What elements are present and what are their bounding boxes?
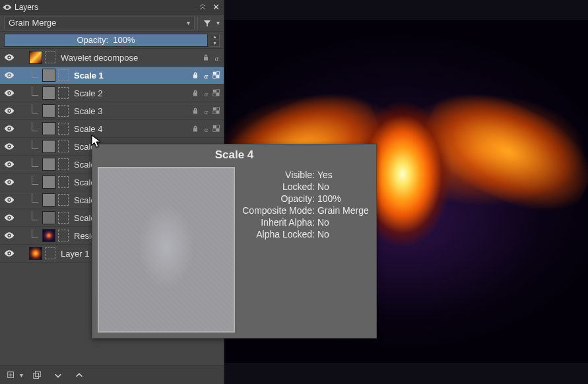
- layer-mask-slot[interactable]: [45, 51, 55, 63]
- layer-name[interactable]: Scale 2: [70, 88, 189, 98]
- layer-row[interactable]: Scale 4α: [0, 120, 224, 138]
- svg-text:α: α: [204, 108, 208, 115]
- layer-mask-slot[interactable]: [58, 123, 69, 135]
- svg-rect-7: [213, 90, 216, 93]
- visibility-toggle-icon[interactable]: [3, 140, 16, 153]
- filter-icon[interactable]: [201, 16, 214, 30]
- svg-text:α: α: [204, 72, 208, 79]
- visibility-toggle-icon[interactable]: [3, 104, 16, 117]
- layer-name[interactable]: Scale 1: [70, 71, 189, 80]
- layer-thumbnail[interactable]: [42, 86, 55, 100]
- tooltip-key: Visible:: [240, 170, 315, 180]
- lock-icon[interactable]: [201, 53, 211, 62]
- opacity-slider[interactable]: Opacity: 100%: [4, 34, 208, 47]
- move-down-button[interactable]: [51, 369, 65, 382]
- layer-row[interactable]: Scale 3α: [0, 102, 224, 120]
- visibility-toggle-icon[interactable]: [3, 229, 16, 242]
- layer-row[interactable]: Wavelet decomposeα: [0, 49, 224, 67]
- chevron-down-icon: ▾: [187, 19, 190, 26]
- panel-icon: [3, 3, 12, 12]
- layer-thumbnail[interactable]: [42, 229, 55, 242]
- layer-row[interactable]: Scale 2α: [0, 84, 224, 102]
- tree-indent: [29, 73, 41, 78]
- mask-icon[interactable]: [212, 106, 221, 115]
- layer-mask-slot[interactable]: [58, 105, 69, 117]
- layer-thumbnail[interactable]: [42, 104, 55, 117]
- layer-thumbnail[interactable]: [42, 176, 55, 189]
- layer-thumbnail[interactable]: [42, 158, 55, 171]
- layer-mask-slot[interactable]: [58, 87, 69, 99]
- spin-down-icon[interactable]: ▼: [211, 40, 219, 46]
- alpha-icon[interactable]: α: [201, 88, 211, 98]
- svg-rect-19: [213, 129, 216, 132]
- svg-rect-3: [216, 72, 220, 75]
- spin-up-icon[interactable]: ▲: [211, 34, 219, 41]
- svg-rect-22: [34, 373, 39, 378]
- chevron-down-icon[interactable]: ▾: [20, 371, 23, 379]
- lock-icon[interactable]: [191, 71, 200, 80]
- duplicate-layer-button[interactable]: [30, 369, 44, 382]
- tree-indent: [29, 91, 41, 96]
- layer-mask-slot[interactable]: [58, 69, 69, 81]
- layer-mask-slot[interactable]: [58, 158, 69, 170]
- visibility-toggle-icon[interactable]: [3, 247, 16, 260]
- mask-icon[interactable]: [212, 88, 221, 98]
- opacity-spin[interactable]: ▲ ▼: [211, 34, 220, 47]
- layer-mask-slot[interactable]: [58, 176, 69, 188]
- visibility-toggle-icon[interactable]: [3, 211, 16, 224]
- close-icon[interactable]: [211, 2, 221, 13]
- layer-thumbnail[interactable]: [29, 51, 42, 64]
- visibility-toggle-icon[interactable]: [3, 86, 16, 100]
- chevron-down-icon[interactable]: ▾: [216, 19, 220, 26]
- tree-indent: [29, 180, 41, 185]
- alpha-icon[interactable]: α: [201, 106, 211, 115]
- detach-icon[interactable]: [197, 2, 208, 13]
- tree-indent: [29, 198, 41, 203]
- layer-row[interactable]: Scale 1α: [0, 67, 224, 84]
- alpha-icon[interactable]: α: [212, 53, 221, 62]
- visibility-toggle-icon[interactable]: [3, 158, 16, 171]
- lock-icon[interactable]: [191, 88, 200, 98]
- tooltip-value: No: [317, 229, 371, 240]
- visibility-toggle-icon[interactable]: [3, 51, 16, 64]
- layer-thumbnail[interactable]: [42, 193, 55, 207]
- layer-name[interactable]: Scale 4: [70, 124, 189, 134]
- layer-mask-slot[interactable]: [58, 212, 69, 224]
- tree-indent: [29, 234, 41, 238]
- tree-indent: [29, 216, 41, 220]
- layer-mask-slot[interactable]: [45, 247, 55, 259]
- visibility-toggle-icon[interactable]: [3, 122, 16, 135]
- tooltip-value: 100%: [317, 193, 371, 204]
- add-layer-button[interactable]: [4, 369, 18, 382]
- blend-mode-value: Grain Merge: [9, 18, 56, 28]
- layer-mask-slot[interactable]: [58, 230, 69, 241]
- mask-icon[interactable]: [212, 71, 221, 80]
- lock-icon[interactable]: [191, 124, 200, 133]
- panel-titlebar: Layers: [0, 0, 224, 15]
- tooltip-value: Grain Merge: [317, 205, 371, 216]
- blend-mode-select[interactable]: Grain Merge ▾: [4, 16, 195, 30]
- visibility-toggle-icon[interactable]: [3, 69, 16, 82]
- layer-thumbnail[interactable]: [42, 69, 55, 82]
- layer-thumbnail[interactable]: [42, 122, 55, 135]
- visibility-toggle-icon[interactable]: [3, 176, 16, 189]
- alpha-icon[interactable]: α: [201, 71, 211, 80]
- layer-mask-slot[interactable]: [58, 141, 69, 152]
- tree-indent: [29, 162, 41, 167]
- layer-mask-slot[interactable]: [58, 194, 69, 206]
- layer-name[interactable]: Wavelet decompose: [57, 53, 200, 63]
- visibility-toggle-icon[interactable]: [3, 193, 16, 207]
- panel-title-text: Layers: [15, 3, 38, 12]
- tree-indent: [29, 144, 41, 149]
- mask-icon[interactable]: [212, 124, 221, 133]
- layer-thumbnail[interactable]: [42, 211, 55, 224]
- alpha-icon[interactable]: α: [201, 124, 211, 133]
- tree-indent: [29, 127, 41, 131]
- svg-rect-10: [216, 93, 220, 96]
- tooltip-key: Inherit Alpha:: [240, 217, 315, 228]
- lock-icon[interactable]: [191, 106, 200, 115]
- move-up-button[interactable]: [72, 369, 86, 382]
- layer-thumbnail[interactable]: [42, 140, 55, 153]
- layer-thumbnail[interactable]: [29, 247, 42, 260]
- layer-name[interactable]: Scale 3: [70, 106, 189, 116]
